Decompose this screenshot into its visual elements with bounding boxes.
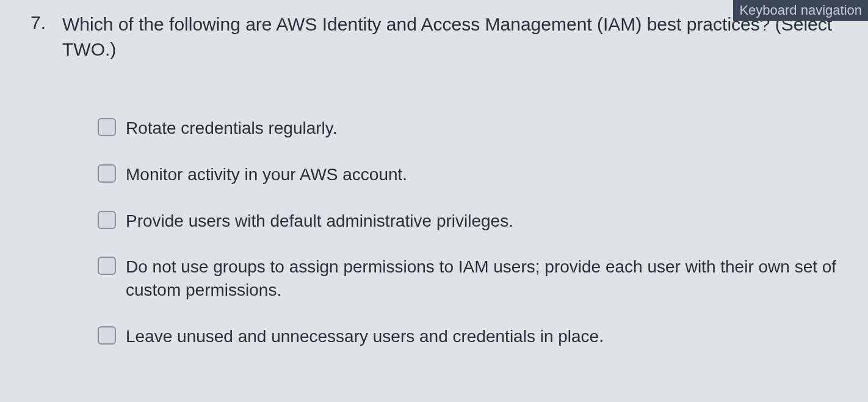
option-label: Leave unused and unnecessary users and c… xyxy=(126,325,604,348)
option-row: Do not use groups to assign permissions … xyxy=(98,255,850,302)
checkbox-option-4[interactable] xyxy=(98,257,116,275)
question-text: Which of the following are AWS Identity … xyxy=(62,12,850,62)
options-list: Rotate credentials regularly. Monitor ac… xyxy=(98,117,850,348)
question-number: 7. xyxy=(31,12,51,33)
keyboard-nav-label: Keyboard navigation xyxy=(739,2,862,18)
option-label: Provide users with default administrativ… xyxy=(126,210,513,233)
checkbox-option-3[interactable] xyxy=(98,211,116,229)
checkbox-option-5[interactable] xyxy=(98,326,116,345)
question-row: 7. Which of the following are AWS Identi… xyxy=(31,12,850,62)
keyboard-navigation-button[interactable]: Keyboard navigation xyxy=(733,0,868,21)
option-label: Monitor activity in your AWS account. xyxy=(126,163,407,186)
checkbox-option-1[interactable] xyxy=(98,118,116,136)
option-row: Monitor activity in your AWS account. xyxy=(98,163,850,186)
option-label: Rotate credentials regularly. xyxy=(126,117,338,140)
checkbox-option-2[interactable] xyxy=(98,164,116,183)
option-row: Rotate credentials regularly. xyxy=(98,117,850,140)
option-label: Do not use groups to assign permissions … xyxy=(126,255,846,302)
option-row: Leave unused and unnecessary users and c… xyxy=(98,325,850,348)
question-container: 7. Which of the following are AWS Identi… xyxy=(0,0,868,348)
option-row: Provide users with default administrativ… xyxy=(98,210,850,233)
